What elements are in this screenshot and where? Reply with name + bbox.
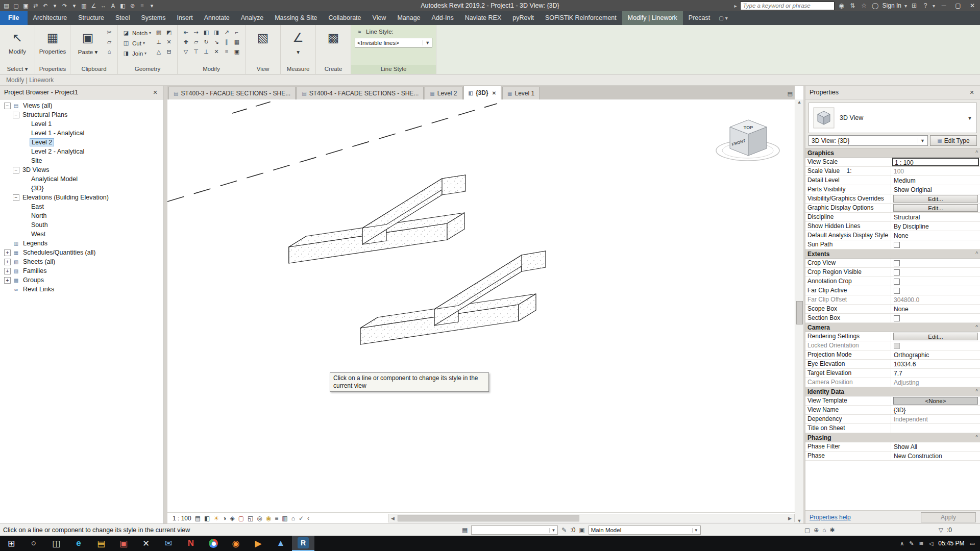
sign-in-button[interactable]: Sign In	[883, 2, 901, 9]
viewcube-top-label[interactable]: TOP	[744, 125, 753, 130]
panel-caption-geometry[interactable]: Geometry	[118, 65, 177, 74]
line-style-select[interactable]: <Invisible lines> ▼	[355, 38, 432, 47]
tree-item-level-2-analytical[interactable]: Level 2 - Analytical	[0, 147, 163, 156]
rendering-settings-edit-button[interactable]: Edit...	[893, 333, 978, 340]
tab-list-button[interactable]: ▤	[788, 90, 793, 97]
offset-icon[interactable]: ⇢	[191, 28, 201, 37]
section-icon[interactable]: ⊘	[128, 1, 137, 10]
store-icon[interactable]: ▣	[112, 536, 135, 551]
graphic-display-options-edit-button[interactable]: Edit...	[893, 204, 978, 212]
align-icon[interactable]: ⇤	[181, 28, 190, 37]
netflix-icon[interactable]: N	[180, 536, 202, 551]
help-arrow-icon[interactable]: ▾	[933, 3, 935, 9]
locked-orientation-checkbox[interactable]	[894, 343, 900, 349]
temporary-view-properties-icon[interactable]: ▥	[282, 515, 287, 522]
worksets-select[interactable]: ▼	[471, 525, 558, 535]
split-face-icon[interactable]: △	[154, 47, 163, 56]
join-button[interactable]: ◨Join▾	[121, 48, 151, 58]
horizontal-scroll-thumb[interactable]	[398, 515, 579, 521]
split-element-icon[interactable]: ∥	[222, 38, 231, 46]
start-button[interactable]: ⊞	[0, 536, 22, 551]
scroll-right-icon[interactable]: ▶	[786, 516, 794, 521]
app-x-icon[interactable]: ✕	[135, 536, 157, 551]
media-player-icon[interactable]: ▶	[247, 536, 270, 551]
view-panel-button[interactable]: ▧	[249, 27, 277, 48]
ribbon-tab-annotate[interactable]: Annotate	[199, 11, 235, 25]
unjoin-icon[interactable]: ⊟	[164, 47, 174, 56]
ribbon-tab-sofistik-reinforcement[interactable]: SOFiSTiK Reinforcement	[540, 11, 622, 25]
pen-icon[interactable]: ✎	[909, 540, 914, 547]
redo-arrow-icon[interactable]: ▾	[70, 1, 79, 10]
visibility-graphics-overrides-edit-button[interactable]: Edit...	[893, 195, 978, 203]
tree-item-west[interactable]: West	[0, 230, 163, 239]
section-collapse-icon[interactable]: ^	[975, 251, 978, 257]
undo-icon[interactable]: ↶	[41, 1, 50, 10]
volume-icon[interactable]: ◁	[929, 540, 933, 547]
section-box-checkbox[interactable]	[894, 315, 900, 321]
worksharing-display-icon[interactable]: ≡	[275, 515, 278, 522]
help-search-input[interactable]	[740, 2, 835, 10]
paint-icon[interactable]: ▨	[154, 28, 163, 37]
reveal-hidden-elements-icon[interactable]: ◉	[266, 515, 271, 522]
ribbon-tab-collaborate[interactable]: Collaborate	[323, 11, 367, 25]
discipline-value[interactable]: Structural	[892, 213, 979, 221]
tree-item-legends[interactable]: ▥Legends	[0, 239, 163, 248]
view-scale-value[interactable]: 1 : 100	[892, 158, 979, 166]
exchange-store-icon[interactable]: ⊞	[910, 2, 918, 9]
ribbon-tab-insert[interactable]: Insert	[171, 11, 198, 25]
view-tab-st400-4-facade-sections-she[interactable]: ▤ST400-4 - FACADE SECTIONS - SHE...	[297, 87, 424, 99]
search-binoculars-icon[interactable]: ◉	[838, 2, 846, 9]
parts-visibility-value[interactable]: Show Original	[892, 186, 979, 194]
camera-position-value[interactable]: Adjusting	[892, 379, 979, 387]
exclude-options-icon[interactable]: ▢	[804, 527, 810, 534]
communication-center-icon[interactable]: ⇅	[849, 2, 857, 9]
modify-cursor-button[interactable]: ↖Modify	[4, 27, 31, 55]
panel-caption-clipboard[interactable]: Clipboard	[70, 65, 117, 74]
line-style-dropdown-icon[interactable]: ▼	[423, 40, 430, 45]
left-splitter[interactable]	[164, 86, 167, 523]
reveal-constraints-icon[interactable]: ✓	[299, 515, 304, 522]
ribbon-tab-steel[interactable]: Steel	[110, 11, 136, 25]
section-collapse-icon[interactable]: ^	[975, 324, 978, 330]
save-icon[interactable]: ▣	[21, 1, 30, 10]
vertical-scroll-thumb[interactable]	[796, 301, 803, 324]
detail-level-icon[interactable]: ▤	[195, 515, 201, 522]
expand-icon[interactable]: +	[4, 277, 11, 284]
trim-extend-icon[interactable]: ↘	[212, 38, 221, 46]
chrome-icon[interactable]	[202, 536, 225, 551]
ribbon-tab-file[interactable]: File	[0, 11, 28, 25]
visual-style-icon[interactable]: ◧	[204, 515, 210, 522]
delete-icon[interactable]: ✕	[212, 47, 221, 56]
section-collapse-icon[interactable]: ^	[975, 150, 978, 156]
editing-requests-icon[interactable]: ✎	[561, 527, 567, 534]
expand-icon[interactable]: +	[4, 249, 11, 256]
view-name-value[interactable]: {3D}	[892, 406, 979, 414]
collapse-icon[interactable]: −	[13, 194, 19, 201]
ribbon-state-icon[interactable]: ▢	[719, 15, 723, 21]
phase-value[interactable]: New Construction	[892, 452, 979, 460]
account-icon[interactable]: ◯	[871, 2, 879, 9]
project-browser-close-icon[interactable]: ✕	[151, 89, 159, 96]
panel-caption-modify[interactable]: Modify	[178, 65, 245, 74]
section-header-extents[interactable]: Extents^	[805, 249, 980, 259]
tree-item-views-all[interactable]: −▤Views (all)	[0, 101, 163, 110]
paint-bucket-icon[interactable]: ▣	[232, 47, 241, 56]
revit-button[interactable]: R	[292, 536, 314, 551]
measure-panel-button[interactable]: ∠ ▾	[284, 27, 312, 56]
dashed-line[interactable]	[232, 99, 321, 113]
ribbon-tab-naviate-rex[interactable]: Naviate REX	[459, 11, 507, 25]
design-options-select-arrow-icon[interactable]: ▼	[692, 528, 698, 533]
type-selector-dropdown-icon[interactable]: ▼	[918, 138, 925, 143]
create-panel-button[interactable]: ▩	[320, 27, 347, 48]
open-icon[interactable]: ▢	[12, 1, 20, 10]
view-tab-level-2[interactable]: ▦Level 2	[425, 87, 462, 99]
tree-item-east[interactable]: East	[0, 202, 163, 211]
close-button[interactable]: ✕	[967, 2, 978, 9]
array-icon[interactable]: ▦	[232, 38, 241, 46]
panel-caption-view[interactable]: View	[246, 65, 280, 74]
edit-type-button[interactable]: ▦ Edit Type	[930, 135, 977, 146]
sign-in-arrow-icon[interactable]: ▾	[904, 3, 907, 9]
scale-icon[interactable]: ▽	[181, 47, 190, 56]
help-icon[interactable]: ?	[921, 2, 929, 9]
section-header-camera[interactable]: Camera^	[805, 323, 980, 332]
